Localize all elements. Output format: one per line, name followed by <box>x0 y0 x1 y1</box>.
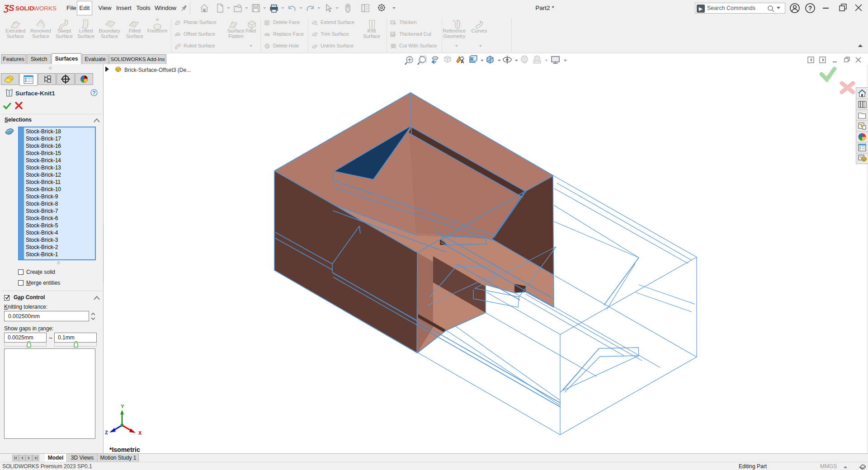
svg-text:Z: Z <box>105 430 108 435</box>
svg-text:*Isometric: *Isometric <box>109 446 140 453</box>
svg-text:A: A <box>461 59 464 64</box>
svg-text:X: X <box>138 430 142 436</box>
svg-text:Y: Y <box>121 404 124 409</box>
